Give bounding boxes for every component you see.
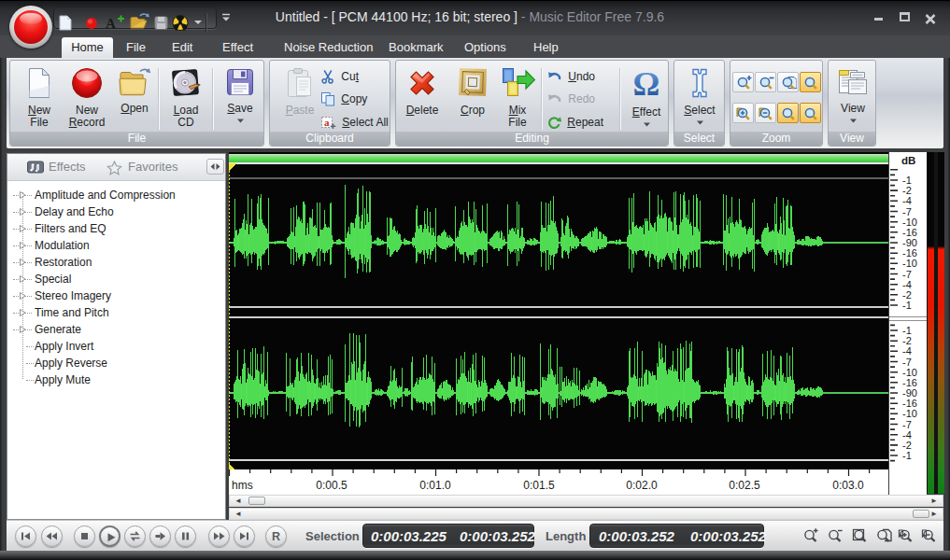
svg-text:-1: -1	[902, 325, 912, 336]
svg-text:-2: -2	[902, 289, 912, 301]
svg-text:-90: -90	[902, 387, 917, 399]
svg-text:A: A	[106, 16, 116, 31]
svg-text:a: a	[324, 117, 330, 128]
svg-text:-16: -16	[902, 227, 917, 238]
svg-text:-10: -10	[902, 408, 917, 419]
svg-text:-4: -4	[902, 195, 912, 206]
svg-text:0:01.5: 0:01.5	[523, 479, 555, 492]
svg-text:-10: -10	[902, 258, 917, 269]
svg-text:-1: -1	[902, 450, 912, 461]
svg-text:-4: -4	[902, 345, 912, 357]
svg-text:-7: -7	[902, 269, 912, 280]
svg-text:dB: dB	[901, 155, 915, 166]
svg-text:hms: hms	[232, 479, 253, 492]
svg-text:-7: -7	[902, 206, 912, 217]
svg-text:-16: -16	[902, 377, 917, 388]
svg-text:-2: -2	[902, 185, 912, 196]
svg-text:R: R	[271, 530, 279, 543]
svg-text:0:01.0: 0:01.0	[419, 479, 451, 492]
svg-text:-7: -7	[902, 357, 912, 368]
svg-text:-1: -1	[902, 300, 912, 311]
svg-text:Ω: Ω	[633, 67, 660, 101]
svg-text:0:02.0: 0:02.0	[626, 479, 658, 492]
svg-text:-7: -7	[902, 419, 912, 430]
svg-text:-90: -90	[902, 237, 917, 248]
svg-text:0:00.5: 0:00.5	[316, 479, 347, 492]
svg-text:-4: -4	[902, 429, 912, 441]
svg-text:0:03.0: 0:03.0	[832, 479, 864, 492]
svg-text:0:02.5: 0:02.5	[729, 479, 760, 492]
